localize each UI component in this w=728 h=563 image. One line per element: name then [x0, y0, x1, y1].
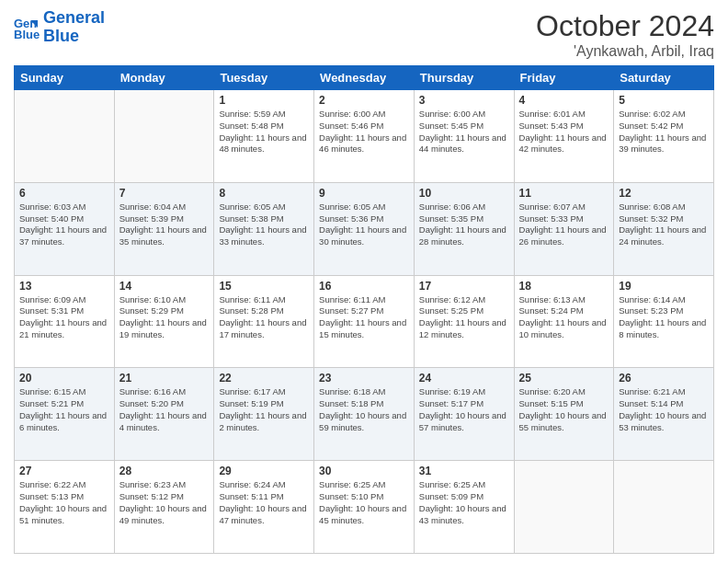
main-title: October 2024 [536, 9, 714, 43]
day-number: 29 [219, 465, 309, 477]
calendar-cell: 11Sunrise: 6:07 AMSunset: 5:33 PMDayligh… [514, 182, 614, 275]
day-detail: Sunrise: 6:25 AMSunset: 5:09 PMDaylight:… [419, 479, 509, 526]
day-number: 27 [19, 465, 109, 477]
title-block: October 2024 'Aynkawah, Arbil, Iraq [536, 9, 714, 60]
day-detail: Sunrise: 6:21 AMSunset: 5:14 PMDaylight:… [619, 386, 709, 433]
day-detail: Sunrise: 6:22 AMSunset: 5:13 PMDaylight:… [19, 479, 109, 526]
day-number: 19 [619, 280, 709, 293]
col-header-sunday: Sunday [15, 66, 115, 90]
day-number: 31 [419, 465, 509, 477]
calendar-cell [614, 461, 714, 554]
calendar-cell: 15Sunrise: 6:11 AMSunset: 5:28 PMDayligh… [214, 275, 314, 368]
col-header-wednesday: Wednesday [314, 66, 415, 90]
calendar-week-2: 6Sunrise: 6:03 AMSunset: 5:40 PMDaylight… [15, 182, 714, 275]
calendar-cell: 6Sunrise: 6:03 AMSunset: 5:40 PMDaylight… [15, 182, 115, 275]
day-detail: Sunrise: 6:14 AMSunset: 5:23 PMDaylight:… [619, 294, 709, 341]
calendar-cell: 17Sunrise: 6:12 AMSunset: 5:25 PMDayligh… [414, 275, 514, 368]
calendar-week-5: 27Sunrise: 6:22 AMSunset: 5:13 PMDayligh… [15, 461, 714, 554]
day-detail: Sunrise: 6:17 AMSunset: 5:19 PMDaylight:… [219, 386, 309, 433]
day-detail: Sunrise: 6:11 AMSunset: 5:27 PMDaylight:… [319, 294, 409, 341]
day-number: 1 [219, 94, 309, 107]
day-number: 25 [519, 372, 609, 385]
calendar-cell [15, 90, 115, 183]
calendar-cell: 5Sunrise: 6:02 AMSunset: 5:42 PMDaylight… [614, 90, 714, 183]
day-number: 6 [19, 187, 109, 200]
calendar-cell: 12Sunrise: 6:08 AMSunset: 5:32 PMDayligh… [614, 182, 714, 275]
calendar-week-1: 1Sunrise: 5:59 AMSunset: 5:48 PMDaylight… [15, 90, 714, 183]
day-number: 26 [619, 372, 709, 385]
calendar-cell: 2Sunrise: 6:00 AMSunset: 5:46 PMDaylight… [314, 90, 415, 183]
day-number: 4 [519, 94, 609, 107]
day-detail: Sunrise: 6:02 AMSunset: 5:42 PMDaylight:… [619, 109, 709, 155]
calendar-cell: 18Sunrise: 6:13 AMSunset: 5:24 PMDayligh… [514, 275, 614, 368]
day-number: 2 [319, 94, 409, 107]
calendar-cell: 23Sunrise: 6:18 AMSunset: 5:18 PMDayligh… [314, 368, 415, 461]
day-detail: Sunrise: 6:05 AMSunset: 5:38 PMDaylight:… [219, 201, 309, 248]
calendar-cell: 19Sunrise: 6:14 AMSunset: 5:23 PMDayligh… [614, 275, 714, 368]
calendar-cell: 9Sunrise: 6:05 AMSunset: 5:36 PMDaylight… [314, 182, 415, 275]
calendar-cell [514, 461, 614, 554]
day-detail: Sunrise: 6:23 AMSunset: 5:12 PMDaylight:… [119, 479, 210, 526]
day-detail: Sunrise: 6:19 AMSunset: 5:17 PMDaylight:… [419, 386, 509, 433]
calendar-week-4: 20Sunrise: 6:15 AMSunset: 5:21 PMDayligh… [15, 368, 714, 461]
calendar-cell: 14Sunrise: 6:10 AMSunset: 5:29 PMDayligh… [114, 275, 214, 368]
day-number: 8 [219, 187, 309, 200]
logo-icon: Gen Blue [14, 15, 40, 40]
col-header-tuesday: Tuesday [214, 66, 314, 90]
day-number: 23 [319, 372, 409, 385]
calendar-cell: 31Sunrise: 6:25 AMSunset: 5:09 PMDayligh… [414, 461, 514, 554]
header: Gen Blue General Blue October 2024 'Aynk… [14, 9, 714, 60]
day-detail: Sunrise: 6:00 AMSunset: 5:45 PMDaylight:… [419, 109, 509, 155]
day-detail: Sunrise: 6:06 AMSunset: 5:35 PMDaylight:… [419, 201, 509, 248]
day-detail: Sunrise: 6:18 AMSunset: 5:18 PMDaylight:… [319, 386, 409, 433]
day-number: 5 [619, 94, 709, 107]
calendar-cell: 8Sunrise: 6:05 AMSunset: 5:38 PMDaylight… [214, 182, 314, 275]
calendar-cell: 4Sunrise: 6:01 AMSunset: 5:43 PMDaylight… [514, 90, 614, 183]
day-detail: Sunrise: 6:00 AMSunset: 5:46 PMDaylight:… [319, 109, 409, 155]
day-number: 24 [419, 372, 509, 385]
day-number: 10 [419, 187, 509, 200]
day-number: 3 [419, 94, 509, 107]
day-number: 17 [419, 280, 509, 293]
day-detail: Sunrise: 6:15 AMSunset: 5:21 PMDaylight:… [19, 386, 109, 433]
calendar-cell: 21Sunrise: 6:16 AMSunset: 5:20 PMDayligh… [114, 368, 214, 461]
day-number: 11 [519, 187, 609, 200]
day-detail: Sunrise: 6:10 AMSunset: 5:29 PMDaylight:… [119, 294, 210, 341]
day-detail: Sunrise: 5:59 AMSunset: 5:48 PMDaylight:… [219, 109, 309, 155]
day-number: 18 [519, 280, 609, 293]
day-detail: Sunrise: 6:13 AMSunset: 5:24 PMDaylight:… [519, 294, 609, 341]
calendar-week-3: 13Sunrise: 6:09 AMSunset: 5:31 PMDayligh… [15, 275, 714, 368]
day-number: 22 [219, 372, 309, 385]
calendar-cell: 16Sunrise: 6:11 AMSunset: 5:27 PMDayligh… [314, 275, 415, 368]
calendar-cell: 27Sunrise: 6:22 AMSunset: 5:13 PMDayligh… [15, 461, 115, 554]
logo-line2: Blue [43, 27, 79, 45]
day-detail: Sunrise: 6:24 AMSunset: 5:11 PMDaylight:… [219, 479, 309, 526]
day-detail: Sunrise: 6:08 AMSunset: 5:32 PMDaylight:… [619, 201, 709, 248]
day-detail: Sunrise: 6:11 AMSunset: 5:28 PMDaylight:… [219, 294, 309, 341]
svg-text:Blue: Blue [14, 28, 40, 40]
day-number: 21 [119, 372, 210, 385]
day-number: 30 [319, 465, 409, 477]
day-number: 12 [619, 187, 709, 200]
calendar-cell: 3Sunrise: 6:00 AMSunset: 5:45 PMDaylight… [414, 90, 514, 183]
col-header-friday: Friday [514, 66, 614, 90]
day-detail: Sunrise: 6:05 AMSunset: 5:36 PMDaylight:… [319, 201, 409, 248]
day-detail: Sunrise: 6:07 AMSunset: 5:33 PMDaylight:… [519, 201, 609, 248]
calendar-header-row: SundayMondayTuesdayWednesdayThursdayFrid… [15, 66, 714, 90]
calendar-cell: 30Sunrise: 6:25 AMSunset: 5:10 PMDayligh… [314, 461, 415, 554]
page: Gen Blue General Blue October 2024 'Aynk… [0, 0, 728, 563]
logo-text: General Blue [43, 9, 105, 46]
day-number: 14 [119, 280, 210, 293]
day-number: 15 [219, 280, 309, 293]
calendar-cell: 28Sunrise: 6:23 AMSunset: 5:12 PMDayligh… [114, 461, 214, 554]
day-detail: Sunrise: 6:20 AMSunset: 5:15 PMDaylight:… [519, 386, 609, 433]
col-header-monday: Monday [114, 66, 214, 90]
day-detail: Sunrise: 6:16 AMSunset: 5:20 PMDaylight:… [119, 386, 210, 433]
subtitle: 'Aynkawah, Arbil, Iraq [536, 43, 714, 60]
day-number: 7 [119, 187, 210, 200]
calendar-cell: 26Sunrise: 6:21 AMSunset: 5:14 PMDayligh… [614, 368, 714, 461]
col-header-saturday: Saturday [614, 66, 714, 90]
calendar-cell: 13Sunrise: 6:09 AMSunset: 5:31 PMDayligh… [15, 275, 115, 368]
day-detail: Sunrise: 6:25 AMSunset: 5:10 PMDaylight:… [319, 479, 409, 526]
calendar-cell: 1Sunrise: 5:59 AMSunset: 5:48 PMDaylight… [214, 90, 314, 183]
